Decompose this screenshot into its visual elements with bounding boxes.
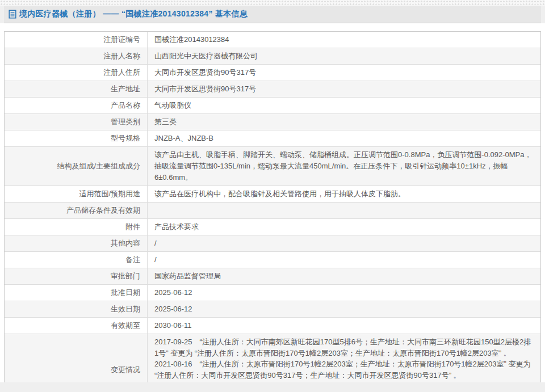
row-value-text: 气动吸脂仪 <box>154 100 533 111</box>
table-row: 生产地址大同市开发区思贤街90号317号 <box>5 81 540 98</box>
row-value-text: 2025-06-12 <box>154 287 533 298</box>
row-value: 2030-06-11 <box>148 318 540 334</box>
row-value <box>148 203 540 218</box>
row-label: 注册证编号 <box>5 32 148 48</box>
row-label: 产品名称 <box>5 98 148 113</box>
info-table: 注册证编号国械注准20143012384注册人名称山西阳光中天医疗器械有限公司注… <box>4 31 541 382</box>
row-value-text: 山西阳光中天医疗器械有限公司 <box>154 50 533 62</box>
row-label-text: 变更情况 <box>111 364 140 376</box>
table-row: 审批部门国家药品监督管理局 <box>5 268 540 285</box>
row-value: 该产品由主机、吸脂手柄、脚踏开关、蠕动泵、储脂桶组成。正压调节范围0-0.8MP… <box>148 147 540 186</box>
row-label: 生效日期 <box>5 301 148 317</box>
row-value: 山西阳光中天医疗器械有限公司 <box>148 48 540 64</box>
row-label: 批准日期 <box>5 285 148 301</box>
row-value-text: 该产品由主机、吸脂手柄、脚踏开关、蠕动泵、储脂桶组成。正压调节范围0-0.8MP… <box>154 149 533 183</box>
table-row: 其他内容/ <box>5 235 540 252</box>
table-row: 变更情况2017-09-25 “注册人住所：大同市南郊区新旺花园170型5排6号… <box>5 334 540 382</box>
row-value-text: 该产品在医疗机构中，配合吸脂针及相关管路使用，用于抽吸人体皮下脂肪。 <box>154 188 533 200</box>
row-value: 大同市开发区思贤街90号317号 <box>148 65 540 81</box>
table-row: 产品储存条件及有效期 <box>5 203 540 219</box>
row-value-text: 产品技术要求 <box>154 221 533 233</box>
table-row: 有效期至2030-06-11 <box>5 318 540 334</box>
content-panel: 注册证编号国械注准20143012384注册人名称山西阳光中天医疗器械有限公司注… <box>0 23 545 382</box>
table-row: 适用范围/预期用途该产品在医疗机构中，配合吸脂针及相关管路使用，用于抽吸人体皮下… <box>5 186 540 203</box>
row-label: 型号规格 <box>5 130 148 146</box>
row-label: 管理类别 <box>5 114 148 130</box>
row-label-text: 生产地址 <box>111 83 140 95</box>
row-label: 有效期至 <box>5 318 148 334</box>
row-label: 产品储存条件及有效期 <box>5 203 148 218</box>
row-value: 国械注准20143012384 <box>148 32 540 48</box>
row-value-text: 2030-06-11 <box>154 320 533 331</box>
row-value-text: 第三类 <box>154 116 533 128</box>
row-label: 备注 <box>5 252 148 268</box>
row-value: 2025-06-12 <box>148 301 540 317</box>
title-bar: 境内医疗器械（注册） —— “国械注准20143012384” 基本信息 <box>4 6 541 23</box>
row-label: 附件 <box>5 219 148 235</box>
row-value-text: 国械注准20143012384 <box>154 34 533 45</box>
row-label-text: 产品储存条件及有效期 <box>66 205 140 216</box>
row-value: 第三类 <box>148 114 540 130</box>
table-row: 批准日期2025-06-12 <box>5 285 540 301</box>
row-value-text: / <box>154 254 533 265</box>
page-title: 境内医疗器械（注册） —— “国械注准20143012384” 基本信息 <box>19 9 248 19</box>
row-value: 气动吸脂仪 <box>148 98 540 113</box>
row-value-text: 国家药品监督管理局 <box>154 271 533 282</box>
row-label-text: 备注 <box>125 254 140 265</box>
table-row: 结构及组成/主要组成成分该产品由主机、吸脂手柄、脚踏开关、蠕动泵、储脂桶组成。正… <box>5 147 540 186</box>
row-label: 生产地址 <box>5 81 148 97</box>
row-label-text: 适用范围/预期用途 <box>79 188 140 200</box>
row-label: 适用范围/预期用途 <box>5 186 148 202</box>
row-value-text: 大同市开发区思贤街90号317号 <box>154 83 533 95</box>
row-value-text: JNZB-A、JNZB-B <box>154 133 533 144</box>
row-label: 其他内容 <box>5 235 148 251</box>
change-record: 2021-08-16 “注册人住所：太原市晋阳街170号1幢2层203室；生产地… <box>154 359 533 381</box>
row-value: 该产品在医疗机构中，配合吸脂针及相关管路使用，用于抽吸人体皮下脂肪。 <box>148 186 540 202</box>
row-label: 变更情况 <box>5 334 148 382</box>
row-label-text: 有效期至 <box>111 320 140 331</box>
table-row: 生效日期2025-06-12 <box>5 301 540 318</box>
row-label-text: 批准日期 <box>111 287 140 298</box>
row-label-text: 生效日期 <box>111 304 140 315</box>
table-row: 附件产品技术要求 <box>5 219 540 235</box>
row-label: 注册人住所 <box>5 65 148 81</box>
change-record: 2017-09-25 “注册人住所：大同市南郊区新旺花园170型5排6号；生产地… <box>154 336 533 359</box>
table-row: 注册人名称山西阳光中天医疗器械有限公司 <box>5 48 540 65</box>
row-value-text: 2025-06-12 <box>154 304 533 315</box>
row-value: 产品技术要求 <box>148 219 540 235</box>
row-label: 结构及组成/主要组成成分 <box>5 147 148 186</box>
row-label: 注册人名称 <box>5 48 148 64</box>
table-row: 注册人住所大同市开发区思贤街90号317号 <box>5 65 540 81</box>
table-row: 备注/ <box>5 252 540 268</box>
row-value: 大同市开发区思贤街90号317号 <box>148 81 540 97</box>
row-value: / <box>148 235 540 251</box>
row-value: 2025-06-12 <box>148 285 540 301</box>
table-row: 型号规格JNZB-A、JNZB-B <box>5 130 540 147</box>
row-label-text: 审批部门 <box>111 271 140 282</box>
row-value: JNZB-A、JNZB-B <box>148 130 540 146</box>
row-value: / <box>148 252 540 268</box>
row-value-text: 大同市开发区思贤街90号317号 <box>154 67 533 78</box>
top-dotted-strip <box>0 0 545 6</box>
table-row: 管理类别第三类 <box>5 114 540 130</box>
row-label-text: 注册人名称 <box>103 50 140 62</box>
row-value-text: / <box>154 238 533 249</box>
row-label-text: 产品名称 <box>111 100 140 111</box>
row-label-text: 管理类别 <box>111 116 140 128</box>
row-label-text: 注册证编号 <box>103 34 140 45</box>
row-value: 国家药品监督管理局 <box>148 268 540 284</box>
row-label: 审批部门 <box>5 268 148 284</box>
row-label-text: 其他内容 <box>111 238 140 249</box>
row-label-text: 注册人住所 <box>103 67 140 78</box>
table-row: 产品名称气动吸脂仪 <box>5 98 540 114</box>
change-record: 2025-04-23 型号规格由 “JNZB-A” 变更为 “JNZB-A、JN… <box>154 381 533 382</box>
row-label-text: 型号规格 <box>111 133 140 144</box>
table-row: 注册证编号国械注准20143012384 <box>5 32 540 48</box>
row-label-text: 附件 <box>125 221 140 233</box>
row-label-text: 结构及组成/主要组成成分 <box>57 161 140 172</box>
document-icon <box>9 10 16 19</box>
row-value: 2017-09-25 “注册人住所：大同市南郊区新旺花园170型5排6号；生产地… <box>148 334 540 382</box>
